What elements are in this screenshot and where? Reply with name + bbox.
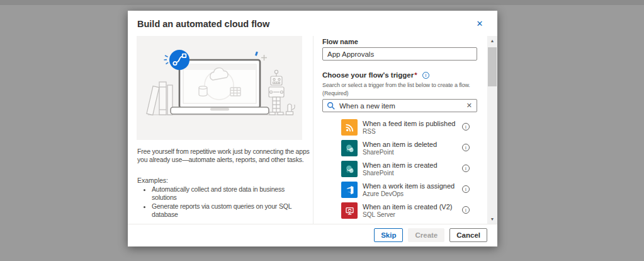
background-top-strip (0, 0, 644, 5)
trigger-label: Choose your flow's trigger (322, 71, 414, 79)
trigger-list-item[interactable]: When a work item is assigned Azure DevOp… (322, 180, 477, 200)
info-icon[interactable]: i (462, 165, 470, 172)
power-automate-logo (164, 50, 190, 70)
column-divider (313, 36, 314, 224)
info-icon[interactable]: i (462, 185, 470, 193)
scroll-down-icon[interactable]: ▼ (487, 214, 497, 224)
search-icon (327, 102, 336, 110)
flow-name-label: Flow name (322, 38, 358, 45)
trigger-title: When an item is created (363, 161, 438, 170)
robot-art (269, 70, 284, 115)
dialog-title: Build an automated cloud flow (137, 19, 269, 29)
flow-name-input[interactable] (322, 47, 477, 61)
azure-devops-icon (341, 182, 358, 198)
example-item: Generate reports via custom queries on y… (152, 202, 308, 219)
create-button[interactable]: Create (408, 228, 444, 242)
trigger-title: When a work item is assigned (363, 182, 455, 190)
vertical-scrollbar[interactable]: ▲ ▼ (487, 36, 497, 224)
skip-button[interactable]: Skip (374, 228, 403, 242)
trigger-list-item[interactable]: When an item is created (V2) SQL Server … (322, 200, 477, 221)
required-asterisk: * (414, 71, 417, 79)
trigger-list: When a feed item is published RSS i When… (322, 117, 477, 221)
rss-icon (341, 119, 358, 136)
info-icon[interactable]: i (462, 123, 470, 130)
automation-illustration (137, 36, 302, 140)
flow-setup-panel: Flow name Choose your flow's trigger* i … (322, 36, 477, 235)
scrollbar-thumb[interactable] (488, 47, 497, 86)
dialog-footer: Skip Create Cancel (128, 228, 497, 242)
info-icon[interactable]: i (422, 72, 429, 79)
trigger-connector: Azure DevOps (363, 190, 455, 198)
cancel-button[interactable]: Cancel (449, 228, 487, 242)
scroll-up-icon[interactable]: ▲ (487, 36, 497, 45)
trigger-search-box[interactable]: ✕ (322, 99, 477, 112)
close-icon[interactable]: ✕ (474, 18, 485, 30)
info-icon[interactable]: i (462, 144, 470, 151)
sql-server-icon (341, 202, 358, 219)
trigger-connector: SharePoint (363, 149, 437, 156)
plant-art (286, 104, 295, 115)
example-item: Automatically collect and store data in … (152, 185, 308, 202)
books-art (147, 82, 172, 115)
sharepoint-icon (341, 161, 358, 177)
trigger-title: When a feed item is published (363, 119, 455, 128)
trigger-connector: RSS (363, 128, 455, 136)
trigger-help-text: Search or select a trigger from the list… (322, 81, 470, 98)
examples-label: Examples: (137, 177, 168, 184)
trigger-list-item[interactable]: When an item is created SharePoint i (322, 159, 477, 180)
trigger-connector: SharePoint (363, 170, 438, 177)
clear-search-icon[interactable]: ✕ (466, 102, 473, 110)
info-icon[interactable]: i (462, 206, 470, 214)
intro-description: Free yourself from repetitive work just … (137, 148, 315, 165)
laptop-robot-illustration (137, 36, 302, 140)
trigger-search-input[interactable] (339, 102, 466, 110)
trigger-title: When an item is deleted (363, 140, 437, 149)
footer-divider (128, 224, 497, 224)
trigger-title: When an item is created (V2) (363, 202, 452, 211)
trigger-connector: SQL Server (363, 211, 452, 219)
trigger-list-item[interactable]: When an item is deleted SharePoint i (322, 138, 477, 159)
sharepoint-icon (341, 140, 358, 156)
build-flow-dialog: Build an automated cloud flow ✕ (128, 11, 497, 246)
trigger-list-item[interactable]: When a feed item is published RSS i (322, 117, 477, 138)
trigger-section-heading: Choose your flow's trigger* i (322, 71, 429, 79)
examples-list: Automatically collect and store data in … (143, 185, 308, 220)
